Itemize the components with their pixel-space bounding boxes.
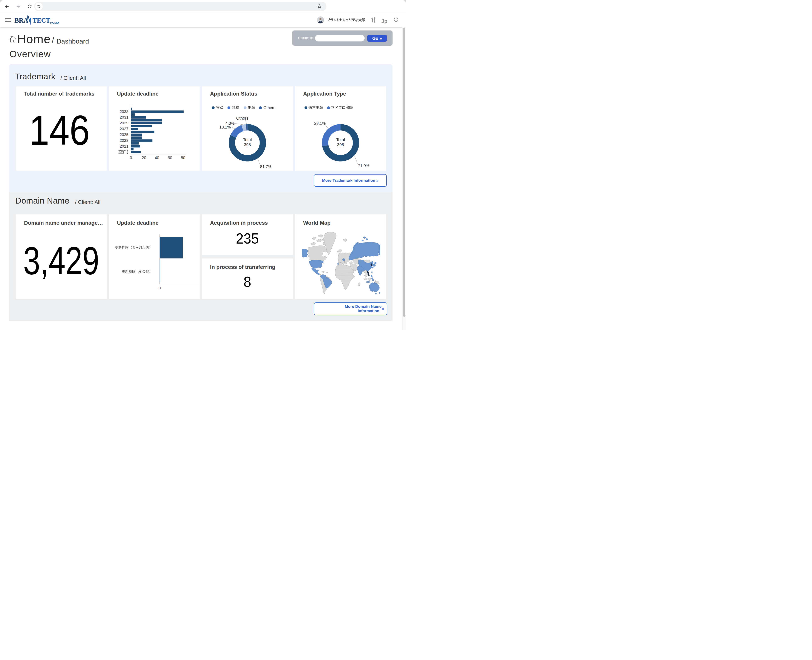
svg-text:0: 0 [158,286,161,290]
svg-text:0: 0 [130,155,132,160]
svg-text:GMO: GMO [52,21,59,24]
svg-text:Total: Total [336,137,345,142]
svg-text:28.1%: 28.1% [314,121,325,125]
svg-text:2031: 2031 [120,115,128,119]
svg-text:60: 60 [168,155,172,160]
svg-text:80: 80 [180,155,185,160]
svg-text:2023: 2023 [120,138,128,143]
svg-text:Others: Others [236,116,249,121]
svg-text:71.9%: 71.9% [358,163,369,168]
svg-text:2021: 2021 [120,144,128,148]
svg-text:2029: 2029 [120,121,128,125]
svg-text:81.7%: 81.7% [260,164,271,169]
svg-text:40: 40 [155,155,159,160]
svg-text:20: 20 [142,155,146,160]
svg-text:398: 398 [337,143,344,147]
svg-text:2025: 2025 [120,132,128,137]
svg-text:by: by [50,22,52,24]
svg-text:TECT: TECT [33,17,50,24]
svg-text:13.1%: 13.1% [219,125,231,129]
svg-text:Total: Total [243,137,252,142]
svg-text:BRA: BRA [14,17,28,24]
svg-text:398: 398 [244,143,251,147]
svg-text:2027: 2027 [120,127,128,131]
svg-text:2033: 2033 [120,109,128,114]
